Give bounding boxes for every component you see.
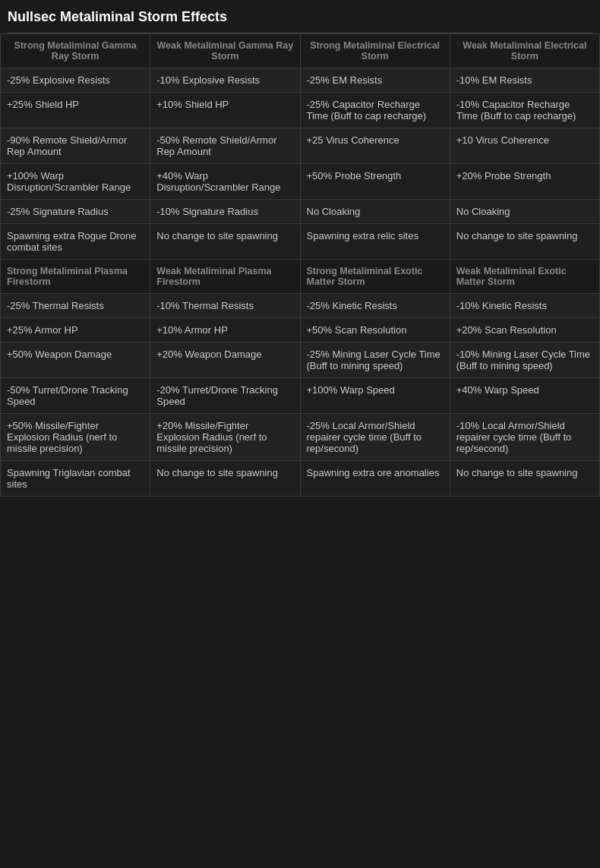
table-cell: +50% Weapon Damage xyxy=(1,342,150,378)
table-cell: -90% Remote Shield/Armor Rep Amount xyxy=(1,128,150,164)
table-cell: No Cloaking xyxy=(300,200,450,224)
table-cell: -10% Local Armor/Shield repairer cycle t… xyxy=(450,414,599,461)
table-cell: +50% Missile/Fighter Explosion Radius (n… xyxy=(1,414,150,461)
col-header-1: Strong Metaliminal Gamma Ray Storm xyxy=(1,34,150,68)
section1-header-row: Strong Metaliminal Gamma Ray Storm Weak … xyxy=(1,34,600,68)
table-cell: -25% Explosive Resists xyxy=(1,68,150,93)
table-row: +25% Armor HP+10% Armor HP+50% Scan Reso… xyxy=(1,318,600,342)
col-header-4: Weak Metaliminal Electrical Storm xyxy=(450,34,599,68)
table-cell: -50% Remote Shield/Armor Rep Amount xyxy=(150,128,300,164)
table-cell: +40% Warp Speed xyxy=(450,378,599,414)
col-header-5: Strong Metaliminal Plasma Firestorm xyxy=(1,260,150,294)
table-cell: +25% Armor HP xyxy=(1,318,150,342)
section2-header-row: Strong Metaliminal Plasma Firestorm Weak… xyxy=(1,260,600,294)
table-cell: -25% Capacitor Recharge Time (Buff to ca… xyxy=(300,93,450,128)
table-cell: +20% Missile/Fighter Explosion Radius (n… xyxy=(150,414,300,461)
table-cell: -20% Turret/Drone Tracking Speed xyxy=(150,378,300,414)
table-cell: -25% Kinetic Resists xyxy=(300,294,450,318)
table-cell: -10% Mining Laser Cycle Time (Buff to mi… xyxy=(450,342,599,378)
table-row: -50% Turret/Drone Tracking Speed-20% Tur… xyxy=(1,378,600,414)
table-cell: Spawning extra ore anomalies xyxy=(300,461,450,497)
table-cell: No change to site spawning xyxy=(450,224,599,260)
table-cell: -10% Signature Radius xyxy=(150,200,300,224)
page-title: Nullsec Metaliminal Storm Effects xyxy=(0,0,600,33)
table-row: +100% Warp Disruption/Scrambler Range+40… xyxy=(1,164,600,200)
table-cell: +40% Warp Disruption/Scrambler Range xyxy=(150,164,300,200)
table-row: -25% Explosive Resists-10% Explosive Res… xyxy=(1,68,600,93)
table-cell: +25% Shield HP xyxy=(1,93,150,128)
col-header-7: Strong Metaliminal Exotic Matter Storm xyxy=(300,260,450,294)
table-cell: +100% Warp Disruption/Scrambler Range xyxy=(1,164,150,200)
table-cell: -25% Signature Radius xyxy=(1,200,150,224)
table-cell: -10% Explosive Resists xyxy=(150,68,300,93)
table-row: +25% Shield HP+10% Shield HP-25% Capacit… xyxy=(1,93,600,128)
col-header-3: Strong Metaliminal Electrical Storm xyxy=(300,34,450,68)
table-row: -25% Thermal Resists-10% Thermal Resists… xyxy=(1,294,600,318)
table-cell: +20% Weapon Damage xyxy=(150,342,300,378)
table-cell: -25% Local Armor/Shield repairer cycle t… xyxy=(300,414,450,461)
table-cell: -50% Turret/Drone Tracking Speed xyxy=(1,378,150,414)
table-cell: +20% Scan Resolution xyxy=(450,318,599,342)
table-cell: +10% Shield HP xyxy=(150,93,300,128)
table-cell: Spawning extra relic sites xyxy=(300,224,450,260)
table-cell: No change to site spawning xyxy=(150,224,300,260)
table-cell: -25% Mining Laser Cycle Time (Buff to mi… xyxy=(300,342,450,378)
table-cell: +50% Probe Strength xyxy=(300,164,450,200)
table-cell: -10% Kinetic Resists xyxy=(450,294,599,318)
table-cell: No Cloaking xyxy=(450,200,599,224)
col-header-6: Weak Metaliminal Plasma Firestorm xyxy=(150,260,300,294)
table-cell: +25 Virus Coherence xyxy=(300,128,450,164)
table-row: -25% Signature Radius-10% Signature Radi… xyxy=(1,200,600,224)
table-cell: +100% Warp Speed xyxy=(300,378,450,414)
table-cell: Spawning Triglavian combat sites xyxy=(1,461,150,497)
col-header-8: Weak Metaliminal Exotic Matter Storm xyxy=(450,260,599,294)
table-cell: No change to site spawning xyxy=(450,461,599,497)
table-cell: -25% Thermal Resists xyxy=(1,294,150,318)
table-cell: +20% Probe Strength xyxy=(450,164,599,200)
table-row: Spawning extra Rogue Drone combat sitesN… xyxy=(1,224,600,260)
table-cell: +10% Armor HP xyxy=(150,318,300,342)
col-header-2: Weak Metaliminal Gamma Ray Storm xyxy=(150,34,300,68)
table-cell: +10 Virus Coherence xyxy=(450,128,599,164)
table-row: +50% Missile/Fighter Explosion Radius (n… xyxy=(1,414,600,461)
table-cell: -10% EM Resists xyxy=(450,68,599,93)
table-cell: Spawning extra Rogue Drone combat sites xyxy=(1,224,150,260)
table-row: Spawning Triglavian combat sitesNo chang… xyxy=(1,461,600,497)
table-cell: -25% EM Resists xyxy=(300,68,450,93)
table-cell: -10% Thermal Resists xyxy=(150,294,300,318)
table-row: +50% Weapon Damage+20% Weapon Damage-25%… xyxy=(1,342,600,378)
table-row: -90% Remote Shield/Armor Rep Amount-50% … xyxy=(1,128,600,164)
table-cell: +50% Scan Resolution xyxy=(300,318,450,342)
table-cell: -10% Capacitor Recharge Time (Buff to ca… xyxy=(450,93,599,128)
table-cell: No change to site spawning xyxy=(150,461,300,497)
storm-effects-table: Strong Metaliminal Gamma Ray Storm Weak … xyxy=(0,33,600,497)
